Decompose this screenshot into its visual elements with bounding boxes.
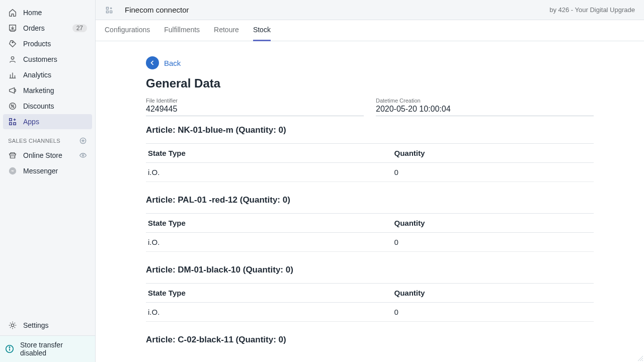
nav-label: Marketing bbox=[23, 86, 87, 95]
add-channel-icon[interactable] bbox=[79, 137, 87, 145]
cell-qty: 0 bbox=[392, 163, 594, 182]
channel-messenger[interactable]: Messenger bbox=[3, 163, 92, 178]
nav-discounts[interactable]: Discounts bbox=[3, 99, 92, 114]
svg-point-3 bbox=[11, 105, 12, 106]
channel-online-store[interactable]: Online Store bbox=[3, 148, 92, 163]
svg-rect-16 bbox=[110, 11, 112, 13]
col-qty-header: Quantity bbox=[392, 144, 594, 163]
field-row: File Identifier 4249445 Datetime Creatio… bbox=[146, 98, 594, 116]
article-title: Article: PAL-01 -red-12 (Quantity: 0) bbox=[146, 195, 594, 205]
svg-rect-5 bbox=[10, 119, 12, 121]
cell-qty: 0 bbox=[392, 303, 594, 322]
svg-rect-6 bbox=[10, 123, 12, 125]
article-block: Article: C-02-black-11 (Quantity: 0) bbox=[146, 335, 594, 345]
svg-point-13 bbox=[9, 347, 10, 347]
main: Finecom connector by 426 - Your Digital … bbox=[96, 0, 644, 362]
svg-point-11 bbox=[11, 324, 14, 326]
analytics-icon bbox=[8, 70, 17, 79]
cell-state: i.O. bbox=[146, 303, 392, 322]
nav-label: Customers bbox=[23, 55, 87, 63]
tag-icon bbox=[8, 39, 17, 48]
app-byline: by 426 - Your Digital Upgrade bbox=[549, 6, 635, 14]
nav-settings[interactable]: Settings bbox=[3, 318, 92, 333]
svg-point-1 bbox=[11, 57, 14, 59]
nav-home[interactable]: Home bbox=[3, 5, 92, 20]
discount-icon bbox=[8, 102, 17, 111]
svg-rect-15 bbox=[106, 11, 108, 13]
nav-products[interactable]: Products bbox=[3, 36, 92, 51]
tab-fulfillments[interactable]: Fulfillments bbox=[164, 20, 200, 41]
sales-channels-header: SALES CHANNELS bbox=[0, 130, 95, 148]
svg-point-9 bbox=[82, 154, 84, 156]
nav-apps[interactable]: Apps bbox=[3, 114, 92, 129]
col-qty-header: Quantity bbox=[392, 214, 594, 233]
tab-retoure[interactable]: Retoure bbox=[214, 20, 239, 41]
field-file-identifier: File Identifier 4249445 bbox=[146, 98, 364, 116]
nav-label: Home bbox=[23, 9, 87, 17]
topbar: Finecom connector by 426 - Your Digital … bbox=[96, 0, 644, 20]
bottom-nav: Settings bbox=[0, 318, 95, 335]
user-icon bbox=[8, 55, 17, 64]
store-transfer-banner[interactable]: Store transfer disabled bbox=[0, 335, 95, 362]
cell-qty: 0 bbox=[392, 233, 594, 252]
table-row: i.O.0 bbox=[146, 303, 594, 322]
stock-table: State TypeQuantityi.O.0 bbox=[146, 283, 594, 322]
nav-label: Discounts bbox=[23, 102, 87, 110]
store-icon bbox=[8, 151, 17, 160]
nav-analytics[interactable]: Analytics bbox=[3, 67, 92, 82]
nav-label: Analytics bbox=[23, 71, 87, 79]
tab-configurations[interactable]: Configurations bbox=[105, 20, 150, 41]
stock-table: State TypeQuantityi.O.0 bbox=[146, 213, 594, 252]
col-state-header: State Type bbox=[146, 284, 392, 303]
table-row: i.O.0 bbox=[146, 163, 594, 182]
nav-orders[interactable]: Orders 27 bbox=[3, 21, 92, 36]
article-block: Article: NK-01-blue-m (Quantity: 0)State… bbox=[146, 125, 594, 182]
cell-state: i.O. bbox=[146, 233, 392, 252]
cell-state: i.O. bbox=[146, 163, 392, 182]
col-qty-header: Quantity bbox=[392, 284, 594, 303]
orders-badge: 27 bbox=[72, 24, 87, 32]
field-value: 2020-05-20 10:00:04 bbox=[376, 105, 594, 114]
eye-icon[interactable] bbox=[79, 151, 87, 159]
back-row: Back bbox=[146, 56, 594, 69]
nav-label: Orders bbox=[23, 24, 72, 32]
primary-nav: Home Orders 27 Products Customers bbox=[0, 5, 95, 130]
tabs: Configurations Fulfillments Retoure Stoc… bbox=[96, 20, 644, 41]
article-block: Article: DM-01-black-10 (Quantity: 0)Sta… bbox=[146, 265, 594, 322]
tab-stock[interactable]: Stock bbox=[253, 20, 271, 41]
resize-handle-icon bbox=[637, 355, 643, 361]
content-scroll[interactable]: Back General Data File Identifier 424944… bbox=[96, 41, 644, 362]
nav-label: Online Store bbox=[23, 151, 79, 159]
sidebar: Home Orders 27 Products Customers bbox=[0, 0, 96, 362]
page-title: General Data bbox=[146, 76, 594, 90]
col-state-header: State Type bbox=[146, 144, 392, 163]
section-title: SALES CHANNELS bbox=[8, 138, 60, 144]
info-label: Store transfer disabled bbox=[20, 341, 90, 357]
article-title: Article: C-02-black-11 (Quantity: 0) bbox=[146, 335, 594, 345]
inbox-icon bbox=[8, 24, 17, 33]
stock-table: State TypeQuantityi.O.0 bbox=[146, 143, 594, 182]
nav-marketing[interactable]: Marketing bbox=[3, 83, 92, 98]
article-title: Article: NK-01-blue-m (Quantity: 0) bbox=[146, 125, 594, 135]
nav-label: Apps bbox=[23, 118, 87, 126]
field-label: File Identifier bbox=[146, 98, 364, 104]
nav-label: Settings bbox=[23, 321, 87, 329]
home-icon bbox=[8, 8, 17, 17]
col-state-header: State Type bbox=[146, 214, 392, 233]
field-label: Datetime Creation bbox=[376, 98, 594, 104]
info-icon bbox=[5, 344, 14, 353]
back-button[interactable] bbox=[146, 56, 159, 69]
app-icon bbox=[105, 6, 114, 15]
gear-icon bbox=[8, 321, 17, 330]
svg-point-0 bbox=[12, 42, 13, 43]
table-row: i.O.0 bbox=[146, 233, 594, 252]
channels-nav: Online Store Messenger bbox=[0, 148, 95, 179]
back-label[interactable]: Back bbox=[164, 59, 181, 67]
apps-icon bbox=[8, 117, 17, 126]
article-block: Article: PAL-01 -red-12 (Quantity: 0)Sta… bbox=[146, 195, 594, 252]
megaphone-icon bbox=[8, 86, 17, 95]
field-datetime-creation: Datetime Creation 2020-05-20 10:00:04 bbox=[376, 98, 594, 116]
nav-label: Products bbox=[23, 40, 87, 48]
nav-customers[interactable]: Customers bbox=[3, 52, 92, 67]
messenger-icon bbox=[8, 166, 17, 175]
